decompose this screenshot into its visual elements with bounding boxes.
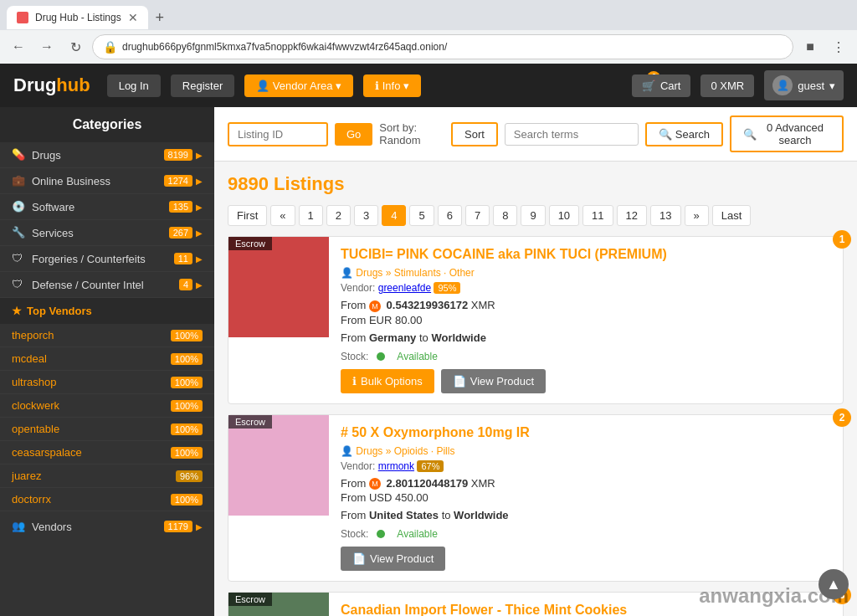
listing-number: 1: [833, 230, 851, 249]
logo-drug: Drug: [13, 74, 56, 96]
vendor-link[interactable]: greenleafde: [378, 282, 431, 294]
vendor-list-item[interactable]: mcdeal 100%: [0, 347, 214, 371]
category-arrow: ▶: [196, 203, 203, 212]
info-button[interactable]: ℹ Info ▾: [363, 74, 421, 97]
sidebar-category-item[interactable]: 💊 Drugs 8199 ▶: [0, 142, 214, 168]
refresh-button[interactable]: ↻: [64, 35, 87, 59]
stock-dot: [377, 352, 385, 361]
pagination-button[interactable]: Last: [712, 205, 752, 226]
pagination-button[interactable]: 5: [409, 205, 434, 226]
sidebar-category-item[interactable]: 🛡 Defense / Counter Intel 4 ▶: [0, 272, 214, 298]
pagination-button[interactable]: 10: [549, 205, 579, 226]
vendor-score: 100%: [171, 353, 203, 365]
vendors-bottom[interactable]: 👥 Vendors 1179 ▶: [0, 511, 214, 542]
new-tab-button[interactable]: +: [148, 6, 172, 29]
stock-dot: [377, 530, 385, 538]
back-button[interactable]: ←: [7, 35, 30, 59]
vendor-list-item[interactable]: theporch 100%: [0, 324, 214, 347]
vendor-score: 100%: [171, 400, 203, 412]
listing-title[interactable]: TUCIBI= PINK COCAINE aka PINK TUCI (PREM…: [341, 247, 831, 262]
sidebar-category-item[interactable]: 💼 Online Business 1274 ▶: [0, 168, 214, 194]
search-input[interactable]: [505, 123, 639, 146]
pagination-button[interactable]: »: [685, 205, 709, 226]
pagination-button[interactable]: 8: [493, 205, 517, 226]
vendor-name: ceasarspalace: [12, 446, 171, 459]
pagination-button[interactable]: 12: [617, 205, 647, 226]
bulk-options-button[interactable]: ℹ Bulk Options: [341, 369, 434, 393]
settings-button[interactable]: ⋮: [827, 35, 850, 59]
tab-close-button[interactable]: ✕: [128, 11, 138, 24]
sidebar: Categories 💊 Drugs 8199 ▶💼 Online Busine…: [0, 107, 214, 616]
info-icon: ℹ: [375, 80, 382, 92]
category-label: Drugs: [32, 149, 161, 162]
sidebar-category-item[interactable]: 💿 Software 135 ▶: [0, 194, 214, 220]
listing-image: [228, 237, 329, 337]
listing-price-fiat: From USD 450.00: [341, 491, 831, 504]
sort-button[interactable]: Sort: [451, 122, 498, 146]
login-button[interactable]: Log In: [107, 74, 161, 97]
advanced-search-button[interactable]: 🔍 0 Advanced search: [730, 116, 844, 152]
vendor-link[interactable]: mrmonk: [378, 460, 414, 472]
sidebar-category-item[interactable]: 🔧 Services 267 ▶: [0, 220, 214, 246]
category-label: Software: [32, 201, 166, 213]
forward-button[interactable]: →: [35, 35, 59, 59]
tab-title: Drug Hub - Listings: [35, 12, 121, 23]
pagination-button[interactable]: 7: [465, 205, 490, 226]
sidebar-category-item[interactable]: 🛡 Forgeries / Counterfeits 11 ▶: [0, 246, 214, 272]
search-button[interactable]: 🔍 Search: [645, 122, 723, 146]
view-product-button[interactable]: 📄 View Product: [441, 369, 546, 393]
pagination-button[interactable]: 1: [299, 205, 323, 226]
vendor-list-item[interactable]: ceasarspalace 100%: [0, 441, 214, 465]
category-arrow: ▶: [196, 177, 203, 186]
monero-icon: M: [369, 478, 381, 490]
vendors-arrow: ▶: [196, 522, 203, 531]
register-button[interactable]: Register: [171, 74, 234, 97]
pagination-button[interactable]: 9: [521, 205, 545, 226]
category-arrow: ▶: [196, 280, 203, 290]
user-button[interactable]: 👤 guest ▾: [764, 70, 844, 100]
active-tab[interactable]: Drug Hub - Listings ✕: [7, 6, 148, 29]
address-bar[interactable]: 🔒 drughub666py6fgnml5kmxa7fva5noppkf6wka…: [92, 34, 793, 59]
vendor-list: theporch 100%mcdeal 100%ultrashop 100%cl…: [0, 324, 214, 511]
vendor-list-item[interactable]: juarez 96%: [0, 465, 214, 488]
category-link[interactable]: Drugs » Opioids · Pills: [356, 445, 454, 457]
pagination-button[interactable]: First: [228, 205, 267, 226]
category-label: Services: [32, 227, 166, 239]
listing-id-input[interactable]: [228, 122, 328, 146]
category-badge: 11: [174, 253, 192, 264]
pagination: First«12345678910111213»Last: [214, 202, 857, 236]
pagination-button[interactable]: 3: [354, 205, 378, 226]
pagination-button[interactable]: 6: [438, 205, 462, 226]
listing-title[interactable]: # 50 X Oxymorphone 10mg IR: [341, 425, 831, 440]
escrow-badge: Escrow: [228, 237, 272, 250]
vendor-area-button[interactable]: 👤 Vendor Area ▾: [244, 74, 353, 97]
listing-category: 👤 Drugs » Opioids · Pills: [341, 445, 831, 457]
category-arrow: ▶: [196, 254, 203, 264]
pagination-button[interactable]: 11: [582, 205, 613, 226]
category-icon: 🛡: [12, 252, 25, 265]
extensions-button[interactable]: ■: [798, 35, 822, 59]
go-button[interactable]: Go: [335, 123, 372, 146]
logo-hub: hub: [56, 74, 90, 96]
vendor-list-item[interactable]: doctorrx 100%: [0, 488, 214, 511]
site-logo[interactable]: Drug hub: [13, 74, 90, 96]
vendor-list-item[interactable]: opentable 100%: [0, 418, 214, 441]
vendor-icon: 👤: [256, 80, 273, 92]
vendor-list-item[interactable]: clockwerk 100%: [0, 394, 214, 418]
view-product-button[interactable]: 📄 View Product: [341, 547, 445, 571]
listing-vendor: Vendor: mrmonk 67%: [341, 460, 831, 472]
pagination-button[interactable]: 2: [326, 205, 351, 226]
category-arrow: ▶: [196, 151, 203, 160]
listing-item: 1 Escrow TUCIBI= PINK COCAINE aka PINK T…: [228, 236, 844, 404]
category-label: Forgeries / Counterfeits: [32, 253, 171, 265]
scroll-to-top-button[interactable]: ▲: [819, 569, 849, 599]
vendor-name: theporch: [12, 329, 171, 341]
listing-category: 👤 Drugs » Stimulants · Other: [341, 267, 831, 279]
category-link[interactable]: Drugs » Stimulants · Other: [356, 267, 474, 279]
pagination-button[interactable]: 13: [650, 205, 680, 226]
cart-button[interactable]: 🛒 Cart: [632, 74, 691, 97]
xmr-button[interactable]: 0 XMR: [700, 74, 754, 97]
pagination-button[interactable]: 4: [382, 205, 406, 226]
vendor-list-item[interactable]: ultrashop 100%: [0, 371, 214, 394]
pagination-button[interactable]: «: [270, 205, 295, 226]
